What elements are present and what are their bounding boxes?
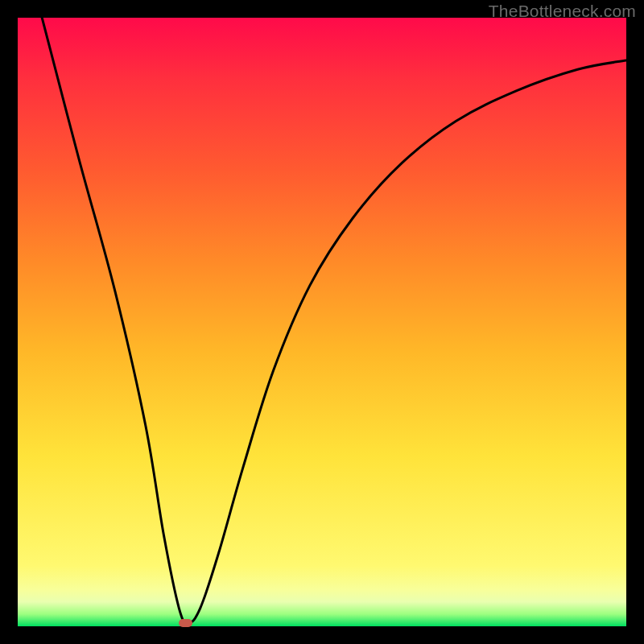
optimum-marker bbox=[179, 619, 192, 627]
bottleneck-curve bbox=[42, 18, 626, 623]
curve-svg bbox=[18, 18, 626, 626]
chart-frame: TheBottleneck.com bbox=[0, 0, 644, 644]
plot-area bbox=[18, 18, 626, 626]
